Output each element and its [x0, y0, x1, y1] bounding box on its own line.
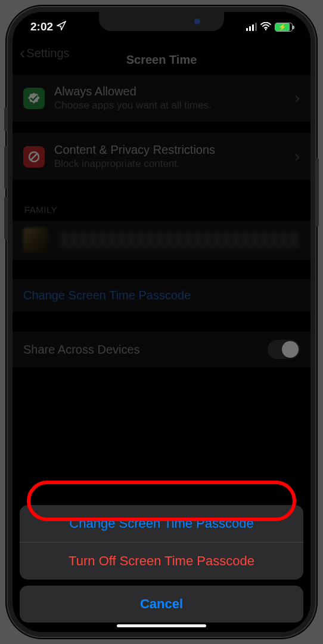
battery-icon: ⚡: [275, 23, 293, 32]
row-share-across-devices[interactable]: Share Across Devices: [13, 332, 310, 367]
row-change-passcode[interactable]: Change Screen Time Passcode: [13, 279, 310, 312]
action-sheet: Change Screen Time Passcode Turn Off Scr…: [20, 505, 303, 623]
cellular-icon: [246, 23, 257, 31]
row-title: Always Allowed: [54, 85, 285, 98]
row-title: Content & Privacy Restrictions: [54, 143, 285, 157]
sheet-turn-off-passcode[interactable]: Turn Off Screen Time Passcode: [20, 543, 303, 580]
row-subtitle: Choose apps you want at all times.: [54, 100, 285, 112]
svg-point-0: [265, 29, 266, 30]
row-title: Share Across Devices: [23, 343, 140, 357]
chevron-left-icon: ‹: [20, 45, 25, 61]
link-label: Change Screen Time Passcode: [23, 289, 300, 302]
toggle-switch[interactable]: [268, 340, 300, 359]
sheet-cancel[interactable]: Cancel: [20, 586, 303, 623]
sheet-change-passcode[interactable]: Change Screen Time Passcode: [20, 505, 303, 543]
wifi-icon: [260, 20, 271, 33]
status-time: 2:02: [30, 20, 53, 33]
family-member-row[interactable]: [13, 221, 310, 260]
chevron-right-icon: ›: [294, 147, 300, 166]
row-subtitle: Block inappropriate content.: [54, 158, 285, 170]
family-member-name-redacted: [58, 232, 300, 249]
chevron-right-icon: ›: [294, 89, 300, 107]
row-always-allowed[interactable]: Always Allowed Choose apps you want at a…: [13, 75, 310, 122]
svg-line-2: [31, 153, 38, 160]
row-content-privacy[interactable]: Content & Privacy Restrictions Block ina…: [13, 133, 310, 181]
checkmark-badge-icon: [23, 88, 45, 109]
back-button[interactable]: ‹ Settings: [20, 45, 70, 61]
back-label: Settings: [26, 47, 69, 60]
section-header-family: FAMILY: [13, 181, 310, 221]
avatar: [23, 228, 48, 253]
location-icon: [57, 20, 66, 33]
nav-title: Screen Time: [126, 53, 197, 67]
prohibited-icon: [23, 146, 45, 168]
home-indicator[interactable]: [117, 624, 206, 627]
